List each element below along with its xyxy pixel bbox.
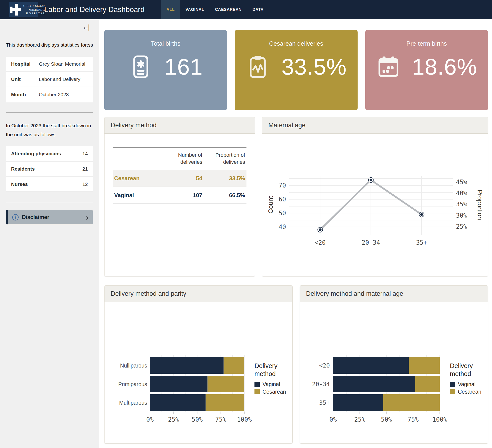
staff-row-nurses: Nurses 12 [6, 177, 93, 191]
tab-vaginal[interactable]: VAGINAL [180, 0, 209, 19]
svg-text:Vaginal: Vaginal [263, 381, 280, 387]
table-row-vaginal: Vaginal 107 66.5% [113, 187, 246, 204]
svg-text:30%: 30% [456, 212, 467, 219]
panel-header: Delivery method [104, 117, 255, 134]
svg-text:0%: 0% [146, 416, 154, 423]
svg-text:50%: 50% [192, 416, 203, 423]
svg-text:20-34: 20-34 [362, 239, 380, 246]
svg-text:Delivery: Delivery [255, 362, 277, 369]
panel-title: Delivery method [111, 122, 249, 129]
column-header: Proportion of deliveries [204, 148, 246, 170]
report-info-table: Hospital Grey Sloan Memorial Unit Labor … [6, 57, 93, 102]
svg-text:40%: 40% [456, 190, 467, 197]
document-asterisk-icon [129, 55, 153, 79]
tab-data[interactable]: DATA [247, 0, 269, 19]
app-header: GREY + SLOAN MEMORIAL HOSPITAL Labor and… [0, 0, 492, 19]
svg-text:25%: 25% [168, 416, 179, 423]
svg-text:<20: <20 [315, 239, 326, 246]
panel-title: Delivery method and maternal age [306, 290, 482, 298]
info-row-month: Month October 2023 [6, 87, 93, 102]
svg-text:method: method [255, 370, 276, 378]
tab-caesarean[interactable]: CAESAREAN [209, 0, 247, 19]
maternal-age-line-chart: 4050607025%30%35%40%45%<2020-3435+CountP… [264, 174, 486, 248]
table-header-row: Number of deliveries Proportion of deliv… [113, 148, 246, 170]
svg-text:60: 60 [279, 196, 286, 203]
panel-title: Delivery method and parity [111, 290, 286, 298]
kpi-value: 18.6% [412, 54, 477, 80]
panel-header: Maternal age [262, 117, 488, 134]
sidebar-intro-text: This dashboard displays statistics for:s… [6, 40, 93, 49]
staff-intro-text: In October 2023 the staff breakdown in t… [6, 121, 93, 139]
info-row-unit: Unit Labor and Delivery [6, 72, 93, 87]
svg-text:35%: 35% [456, 201, 467, 208]
svg-text:75%: 75% [408, 416, 419, 423]
svg-text:50%: 50% [381, 416, 392, 423]
svg-text:20-34: 20-34 [312, 381, 330, 388]
staff-row-attendings: Attending physicians 14 [6, 146, 93, 162]
kpi-title: Cesarean deliveries [235, 40, 357, 47]
staff-table: Attending physicians 14 Residents 21 Nur… [6, 146, 93, 192]
svg-text:Nulliparous: Nulliparous [120, 363, 147, 369]
sidebar-divider [6, 202, 93, 202]
svg-text:35+: 35+ [416, 239, 427, 246]
clipboard-pulse-icon [246, 55, 270, 79]
delivery-parity-bar-chart: 0%25%50%75%100%NulliparousPrimiparousMul… [107, 305, 290, 430]
table-row-cesarean: Cesarean 54 33.5% [113, 170, 246, 187]
disclaimer-button[interactable]: i Disclaimer › [6, 210, 93, 224]
panel-maternal-age: Maternal age 4050607025%30%35%40%45%<202… [262, 117, 488, 277]
column-header: Number of deliveries [157, 148, 204, 170]
app-root: GREY + SLOAN MEMORIAL HOSPITAL Labor and… [0, 0, 492, 448]
kpi-row: Total births 161 [104, 30, 488, 110]
svg-text:25%: 25% [456, 223, 467, 230]
kpi-total-births: Total births 161 [104, 30, 227, 110]
main-content: Total births 161 [99, 19, 492, 448]
svg-text:Delivery: Delivery [450, 362, 473, 369]
svg-text:Count: Count [267, 196, 274, 214]
disclaimer-label: Disclaimer [22, 214, 49, 220]
svg-text:45%: 45% [456, 179, 467, 186]
chevron-right-icon: › [86, 213, 89, 221]
svg-text:<20: <20 [319, 362, 330, 369]
svg-text:35+: 35+ [319, 399, 330, 406]
sidebar: ←| This dashboard displays statistics fo… [0, 19, 99, 448]
svg-text:Proportion: Proportion [476, 190, 483, 220]
panel-delivery-maternal-age: Delivery method and maternal age 0%25%50… [300, 285, 488, 444]
svg-text:Cesarean: Cesarean [263, 389, 286, 395]
svg-text:100%: 100% [237, 416, 252, 423]
hospital-logo-text: GREY + SLOAN MEMORIAL HOSPITAL [23, 4, 46, 16]
kpi-value: 33.5% [281, 54, 347, 80]
info-row-hospital: Hospital Grey Sloan Memorial [6, 57, 93, 72]
kpi-cesarean-deliveries: Cesarean deliveries 33.5% [235, 30, 357, 110]
svg-text:Cesarean: Cesarean [458, 389, 482, 395]
panel-header: Delivery method and maternal age [300, 286, 488, 302]
main-nav: ALL VAGINAL CAESAREAN DATA [161, 0, 269, 19]
calendar-icon [376, 55, 401, 79]
svg-text:Vaginal: Vaginal [458, 381, 475, 387]
sidebar-collapse-icon[interactable]: ←| [82, 23, 89, 31]
info-icon: i [12, 214, 19, 220]
svg-text:Primiparous: Primiparous [118, 381, 147, 387]
panel-header: Delivery method and parity [104, 286, 292, 302]
panel-title: Maternal age [268, 122, 482, 129]
svg-text:70: 70 [279, 182, 286, 189]
sidebar-divider [6, 112, 93, 113]
kpi-value: 161 [164, 54, 203, 80]
svg-text:75%: 75% [215, 416, 226, 423]
svg-text:50: 50 [279, 210, 286, 217]
svg-text:method: method [450, 370, 471, 378]
panel-delivery-parity: Delivery method and parity 0%25%50%75%10… [104, 285, 293, 444]
kpi-title: Total births [104, 40, 227, 47]
delivery-maternal-age-bar-chart: 0%25%50%75%100%<2020-3435+Deliverymethod… [302, 305, 486, 430]
page-title: Labor and Delivery Dashboard [44, 5, 144, 14]
tab-all[interactable]: ALL [161, 0, 180, 19]
panel-delivery-method: Delivery method Number of deliveries Pro… [104, 117, 255, 277]
svg-text:0%: 0% [329, 416, 337, 423]
kpi-title: Pre-term births [365, 40, 488, 47]
svg-text:40: 40 [279, 224, 286, 231]
kpi-preterm-births: Pre-term births 18.6% [365, 30, 488, 110]
svg-text:100%: 100% [432, 416, 447, 423]
svg-text:25%: 25% [354, 416, 365, 423]
hospital-logo: GREY + SLOAN MEMORIAL HOSPITAL [9, 2, 38, 17]
svg-text:Multiparous: Multiparous [119, 400, 147, 406]
hospital-cross-icon [10, 3, 22, 16]
